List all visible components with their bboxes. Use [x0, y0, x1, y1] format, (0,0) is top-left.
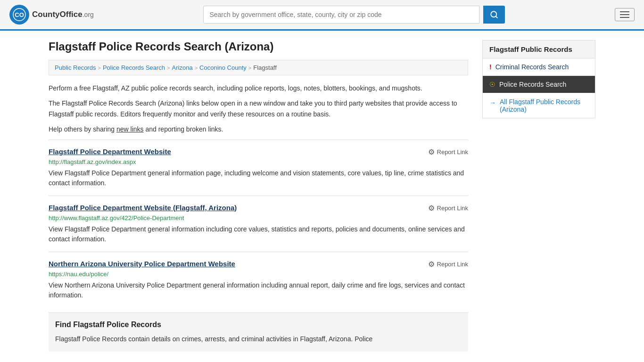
- record-url-0[interactable]: http://flagstaff.az.gov/index.aspx: [49, 158, 468, 165]
- record-title-0[interactable]: Flagstaff Police Department Website: [49, 148, 171, 156]
- report-link-button-2[interactable]: ⚙ Report Link: [428, 260, 468, 269]
- record-item-1: Flagstaff Police Department Website (Fla…: [49, 196, 468, 252]
- record-item-0: Flagstaff Police Department Website ⚙ Re…: [49, 140, 468, 196]
- breadcrumb-police-records-search[interactable]: Police Records Search: [103, 64, 165, 71]
- logo-area: CO CountyOffice.org: [9, 5, 94, 25]
- search-input[interactable]: [203, 6, 479, 24]
- sidebar: Flagstaff Public Records ! Criminal Reco…: [482, 40, 595, 352]
- sidebar-box: Flagstaff Public Records ! Criminal Reco…: [482, 40, 595, 118]
- search-icon: [490, 10, 498, 19]
- find-section-text: Flagstaff Police Records contain details…: [55, 334, 462, 344]
- description-3: Help others by sharing new links and rep…: [49, 124, 468, 134]
- description-3-prefix: Help others by sharing: [49, 125, 116, 133]
- search-button[interactable]: [483, 6, 505, 24]
- breadcrumb-sep-1: >: [98, 65, 100, 71]
- record-desc-1: View Flagstaff Police Department general…: [49, 224, 468, 244]
- arrow-right-icon: →: [489, 99, 496, 107]
- breadcrumb-arizona[interactable]: Arizona: [172, 64, 193, 71]
- search-area: [203, 6, 505, 24]
- sidebar-item-criminal-records[interactable]: ! Criminal Records Search: [483, 58, 595, 76]
- menu-button[interactable]: [615, 8, 635, 21]
- svg-text:CO: CO: [15, 11, 24, 18]
- report-link-button-1[interactable]: ⚙ Report Link: [428, 204, 468, 213]
- breadcrumb-sep-2: >: [167, 65, 170, 71]
- sidebar-all-records-label: All Flagstaff Public Records (Arizona): [500, 98, 588, 113]
- record-item-0-header: Flagstaff Police Department Website ⚙ Re…: [49, 148, 468, 156]
- logo-text: CountyOffice.org: [32, 10, 94, 19]
- page-title: Flagstaff Police Records Search (Arizona…: [49, 40, 468, 53]
- record-url-1[interactable]: http://www.flagstaff.az.gov/422/Police-D…: [49, 214, 468, 222]
- menu-line-3: [620, 17, 629, 18]
- record-title-2[interactable]: Northern Arizona University Police Depar…: [49, 260, 235, 268]
- main-container: Flagstaff Police Records Search (Arizona…: [39, 31, 605, 361]
- report-link-icon-1: ⚙: [428, 204, 435, 213]
- new-links-link[interactable]: new links: [116, 125, 144, 133]
- exclamation-icon: !: [489, 63, 492, 71]
- report-link-label-1: Report Link: [437, 205, 468, 212]
- breadcrumb-public-records[interactable]: Public Records: [55, 64, 96, 71]
- sidebar-all-records-link[interactable]: → All Flagstaff Public Records (Arizona): [483, 93, 595, 118]
- record-desc-2: View Northern Arizona University Police …: [49, 280, 468, 300]
- breadcrumb-sep-3: >: [195, 65, 198, 71]
- record-url-2[interactable]: https://nau.edu/police/: [49, 271, 468, 278]
- sidebar-item-criminal-label: Criminal Records Search: [495, 63, 569, 71]
- report-link-button-0[interactable]: ⚙ Report Link: [428, 148, 468, 156]
- menu-line-2: [620, 14, 629, 15]
- circle-dot-icon: ☉: [489, 81, 495, 88]
- sidebar-title: Flagstaff Public Records: [483, 41, 595, 58]
- menu-line-1: [620, 11, 629, 12]
- breadcrumb-coconino-county[interactable]: Coconino County: [199, 64, 247, 71]
- find-section-title: Find Flagstaff Police Records: [55, 321, 462, 329]
- record-desc-0: View Flagstaff Police Department general…: [49, 168, 468, 188]
- record-title-1[interactable]: Flagstaff Police Department Website (Fla…: [49, 204, 237, 212]
- report-link-icon-0: ⚙: [428, 148, 435, 156]
- report-link-label-0: Report Link: [437, 148, 468, 156]
- record-item-1-header: Flagstaff Police Department Website (Fla…: [49, 204, 468, 213]
- description-2: The Flagstaff Police Records Search (Ari…: [49, 98, 468, 119]
- site-header: CO CountyOffice.org: [0, 0, 644, 31]
- description-3-suffix: and reporting broken links.: [144, 125, 223, 133]
- sidebar-item-police-label: Police Records Search: [499, 81, 566, 88]
- record-item-2-header: Northern Arizona University Police Depar…: [49, 260, 468, 269]
- report-link-label-2: Report Link: [437, 261, 468, 268]
- find-section: Find Flagstaff Police Records Flagstaff …: [49, 313, 468, 352]
- breadcrumb: Public Records > Police Records Search >…: [49, 60, 468, 75]
- breadcrumb-flagstaff: Flagstaff: [253, 64, 277, 71]
- content-area: Flagstaff Police Records Search (Arizona…: [49, 40, 468, 352]
- sidebar-item-police-records[interactable]: ☉ Police Records Search: [483, 76, 595, 93]
- description-1: Perform a free Flagstaff, AZ public poli…: [49, 83, 468, 93]
- logo-icon: CO: [9, 5, 29, 25]
- record-item-2: Northern Arizona University Police Depar…: [49, 252, 468, 308]
- breadcrumb-sep-4: >: [248, 65, 251, 71]
- report-link-icon-2: ⚙: [428, 260, 435, 269]
